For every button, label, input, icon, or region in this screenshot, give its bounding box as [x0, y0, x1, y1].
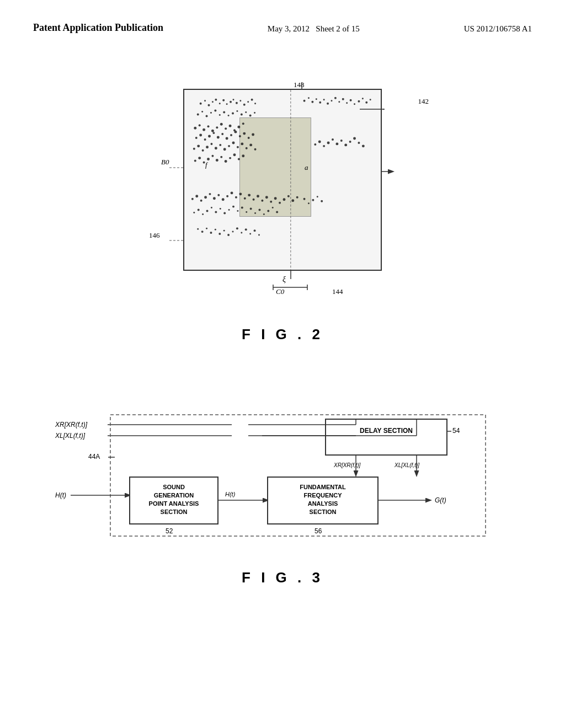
svg-point-131 — [270, 201, 272, 203]
svg-point-26 — [342, 98, 344, 100]
svg-point-8 — [230, 101, 232, 103]
fig3-section: XR[XR(f,t)] XL[XL(f,t)] 44A DELAY SECTIO… — [0, 387, 565, 586]
svg-point-110 — [233, 153, 236, 156]
svg-text:G(t): G(t) — [435, 496, 446, 504]
svg-point-145 — [202, 213, 204, 215]
svg-point-39 — [219, 114, 221, 116]
svg-point-51 — [207, 125, 210, 127]
svg-point-134 — [282, 198, 285, 201]
svg-point-117 — [209, 193, 211, 195]
svg-point-13 — [247, 101, 249, 103]
svg-point-85 — [241, 142, 243, 145]
svg-point-68 — [230, 134, 232, 136]
svg-point-103 — [203, 162, 205, 164]
svg-point-29 — [354, 103, 355, 105]
svg-point-54 — [220, 123, 223, 126]
svg-point-94 — [335, 142, 338, 145]
fig2-container: B0 f a 148 142 146 ξ C0 144 — [33, 78, 532, 309]
svg-point-165 — [206, 228, 207, 229]
svg-point-7 — [226, 103, 228, 105]
svg-text:XR[XR(f,t)]: XR[XR(f,t)] — [333, 462, 361, 468]
svg-point-1 — [204, 100, 206, 101]
svg-point-47 — [254, 112, 255, 114]
svg-point-82 — [228, 145, 230, 147]
svg-point-133 — [279, 202, 281, 204]
svg-point-118 — [213, 197, 216, 200]
publication-title: Patent Application Publication — [33, 22, 163, 34]
svg-point-28 — [350, 99, 352, 101]
svg-point-22 — [327, 103, 329, 105]
svg-point-121 — [226, 195, 228, 197]
svg-point-73 — [252, 133, 254, 136]
svg-point-60 — [195, 137, 198, 139]
svg-point-116 — [204, 196, 207, 199]
svg-point-99 — [358, 142, 360, 144]
svg-point-151 — [228, 209, 230, 211]
svg-point-155 — [246, 211, 247, 213]
svg-point-80 — [219, 144, 221, 146]
svg-point-113 — [191, 198, 194, 200]
svg-point-50 — [202, 129, 205, 131]
svg-point-14 — [251, 99, 253, 101]
svg-point-149 — [220, 208, 221, 210]
svg-text:DELAY SECTION: DELAY SECTION — [360, 427, 413, 435]
svg-point-128 — [257, 195, 259, 197]
fig3-svg: XR[XR(f,t)] XL[XL(f,t)] 44A DELAY SECTIO… — [55, 387, 552, 564]
svg-point-70 — [239, 135, 241, 137]
svg-point-106 — [216, 159, 218, 162]
publication-date: May 3, 2012 — [268, 24, 310, 33]
svg-point-141 — [317, 196, 318, 197]
svg-point-64 — [212, 132, 215, 134]
svg-text:SOUND: SOUND — [163, 484, 185, 490]
svg-point-143 — [193, 212, 195, 213]
svg-point-21 — [323, 99, 325, 100]
svg-point-84 — [237, 146, 239, 148]
svg-point-81 — [223, 148, 226, 151]
svg-point-88 — [254, 148, 257, 151]
svg-point-65 — [217, 136, 220, 139]
label-b0: B0 — [161, 158, 169, 167]
svg-point-76 — [202, 149, 204, 152]
svg-text:H(t): H(t) — [225, 491, 236, 497]
svg-point-55 — [225, 127, 227, 130]
svg-point-12 — [243, 104, 246, 106]
svg-point-162 — [276, 211, 278, 213]
svg-text:SECTION: SECTION — [161, 508, 188, 515]
svg-point-91 — [323, 145, 325, 147]
svg-point-75 — [197, 144, 200, 147]
svg-point-174 — [245, 228, 247, 231]
svg-text:ANALYSIS: ANALYSIS — [308, 500, 338, 507]
svg-point-108 — [225, 160, 227, 163]
svg-point-17 — [308, 97, 310, 99]
svg-point-168 — [218, 233, 221, 235]
svg-point-61 — [199, 134, 202, 137]
label-xi: ξ — [282, 275, 286, 284]
svg-point-100 — [362, 144, 365, 147]
svg-point-83 — [232, 141, 235, 144]
svg-point-69 — [234, 131, 237, 133]
svg-point-71 — [243, 132, 246, 135]
svg-point-160 — [267, 210, 269, 212]
svg-point-132 — [274, 197, 277, 200]
svg-text:52: 52 — [166, 527, 173, 535]
label-144: 144 — [332, 287, 343, 296]
svg-point-111 — [238, 158, 240, 160]
label-142: 142 — [418, 97, 429, 106]
svg-point-38 — [214, 110, 216, 112]
svg-text:FUNDAMENTAL: FUNDAMENTAL — [300, 484, 346, 490]
svg-point-3 — [212, 101, 214, 103]
svg-point-177 — [258, 234, 260, 236]
svg-point-169 — [223, 230, 225, 232]
fig2-title: F I G . 2 — [33, 326, 532, 343]
scatter-plot-box — [183, 89, 382, 271]
svg-point-11 — [239, 100, 241, 101]
label-f: f — [205, 160, 207, 169]
svg-text:H(t): H(t) — [55, 491, 66, 499]
svg-point-154 — [241, 207, 243, 209]
svg-point-79 — [215, 147, 217, 149]
svg-point-20 — [319, 101, 321, 104]
svg-point-137 — [296, 196, 299, 199]
svg-point-129 — [261, 200, 263, 202]
svg-point-138 — [303, 198, 306, 200]
svg-text:POINT ANALYSIS: POINT ANALYSIS — [149, 500, 199, 507]
